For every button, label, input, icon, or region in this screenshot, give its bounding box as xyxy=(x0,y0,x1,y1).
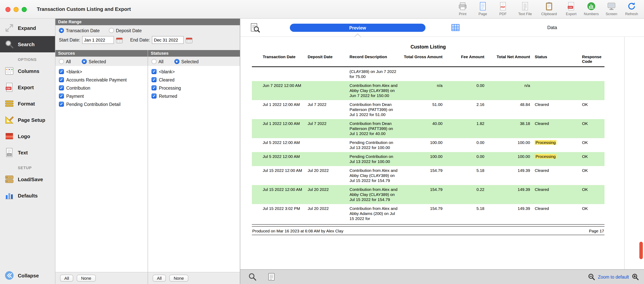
zoom-window-button[interactable] xyxy=(22,7,27,12)
cell-record-description: Contribution from Dean Patterson (PATT39… xyxy=(344,121,403,136)
checkbox[interactable] xyxy=(152,69,156,74)
checkbox[interactable] xyxy=(59,85,64,90)
sidebar-item-columns[interactable]: Columns xyxy=(0,63,55,79)
collapse-icon xyxy=(4,270,14,281)
sidebar-item-page-setup[interactable]: Page Setup xyxy=(0,112,55,128)
statuses-checkbox-cleared[interactable]: Cleared xyxy=(148,76,240,84)
sidebar-item-collapse[interactable]: Collapse xyxy=(0,267,55,284)
calendar-icon[interactable] xyxy=(186,37,192,43)
toolbar-button-label: Print xyxy=(453,12,472,16)
search-icon xyxy=(4,39,14,50)
cell-total-net-amount: 149.39 xyxy=(488,206,534,221)
zoom-in-icon[interactable] xyxy=(632,273,639,280)
column-header: Total Gross Amount xyxy=(403,54,446,64)
radio-label: Selected xyxy=(181,59,199,64)
numbers-icon xyxy=(582,2,600,11)
sources-checkbox-pending-contribution-detail[interactable]: Pending Contribution Detail xyxy=(56,100,148,108)
radio-transaction-date[interactable]: Transaction Date xyxy=(59,28,100,33)
sidebar-item-export[interactable]: CSV Export xyxy=(0,79,55,95)
cell-transaction-date xyxy=(252,69,305,79)
toolbar-button-screen[interactable]: Screen xyxy=(602,1,622,16)
checkbox[interactable] xyxy=(152,77,156,82)
checkbox[interactable] xyxy=(59,77,64,82)
screen-icon xyxy=(602,2,621,11)
toolbar-button-label: Screen xyxy=(602,12,621,16)
checkbox[interactable] xyxy=(59,69,64,74)
cell-total-gross-amount: 154.79 xyxy=(403,187,446,202)
sources-checkbox-contribution[interactable]: Contribution xyxy=(56,84,148,92)
radio-unselected-icon xyxy=(59,59,64,64)
toolbar-button-label: Page xyxy=(474,12,492,16)
checkbox[interactable] xyxy=(152,94,156,99)
cell-response-code: OK xyxy=(571,121,604,136)
start-date-input[interactable] xyxy=(82,36,114,44)
cell-total-net-amount: 149.39 xyxy=(488,187,534,202)
sources-checkbox-accounts-receivable-payment[interactable]: Accounts Receivable Payment xyxy=(56,76,148,84)
cell-transaction-date: Jul 5 2022 12:00 AM xyxy=(252,154,305,164)
sources-checkbox-payment[interactable]: Payment xyxy=(56,92,148,100)
checkbox-label: Returned xyxy=(159,94,177,98)
date-range-header: Date Range xyxy=(56,19,240,25)
statuses-radio-all[interactable]: All xyxy=(152,59,164,64)
toolbar-button-pdf[interactable]: PDF PDF xyxy=(493,1,513,16)
toolbar-button-numbers[interactable]: Numbers xyxy=(581,1,602,16)
statuses-all-button[interactable]: All xyxy=(153,275,166,282)
pane-divider xyxy=(624,37,625,269)
sources-all-button[interactable]: All xyxy=(60,275,73,282)
vertical-scrollbar-thumb[interactable] xyxy=(639,242,643,259)
radio-label: Selected xyxy=(89,59,106,64)
cell-record-description: Pending Contribution on Jul 13 2022 for … xyxy=(344,154,403,164)
magnifier-icon[interactable] xyxy=(248,272,257,281)
sidebar-item-label: Expand xyxy=(18,25,36,31)
close-window-button[interactable] xyxy=(6,7,10,12)
checkbox[interactable] xyxy=(59,102,64,107)
radio-label: All xyxy=(158,59,164,64)
calendar-icon[interactable] xyxy=(116,37,123,43)
sidebar-item-search[interactable]: Search xyxy=(0,36,55,52)
statuses-buttons: All None xyxy=(148,272,240,284)
radio-deposit-date[interactable]: Deposit Date xyxy=(109,28,142,33)
statuses-checkbox-returned[interactable]: Returned xyxy=(148,92,240,100)
toolbar-button-print[interactable]: Print xyxy=(452,1,473,16)
zoom-out-icon[interactable] xyxy=(588,273,595,280)
toolbar-button-label: PDF xyxy=(494,12,512,16)
end-date-input[interactable] xyxy=(152,36,184,44)
checkbox[interactable] xyxy=(59,94,64,99)
checkbox[interactable] xyxy=(152,85,156,90)
toolbar-button-page[interactable]: Page xyxy=(473,1,493,16)
sidebar-item-defaults[interactable]: Defaults xyxy=(0,187,55,204)
toolbar-button-clipboard[interactable]: Clipboard xyxy=(537,1,561,16)
statuses-none-button[interactable]: None xyxy=(169,275,188,282)
sidebar-section-header: OPTIONS xyxy=(0,52,55,63)
minimize-window-button[interactable] xyxy=(14,7,18,12)
sidebar-item-expand[interactable]: Expand xyxy=(0,20,55,36)
toolbar-button-export[interactable]: CSV Export xyxy=(561,1,581,16)
statuses-radio-selected[interactable]: Selected xyxy=(174,59,199,64)
zoom-to-default-link[interactable]: Zoom to default xyxy=(598,274,629,279)
statuses-checkbox--blank-[interactable]: <blank> xyxy=(148,68,240,76)
document-lines-icon[interactable] xyxy=(267,272,276,281)
statuses-panel: Statuses All Selected <blank> Cleared Pr… xyxy=(148,50,240,284)
sources-radio-selected[interactable]: Selected xyxy=(82,59,106,64)
sources-none-button[interactable]: None xyxy=(77,275,96,282)
cell-transaction-date: Jun 7 2022 12:00 AM xyxy=(252,83,305,98)
preview-tab[interactable]: Preview xyxy=(290,24,426,32)
sources-panel: Sources All Selected <blank> Accounts Re… xyxy=(56,50,148,284)
data-tab[interactable]: Data xyxy=(465,25,639,30)
sidebar-list: Expand Search OPTIONS Columns CSV Export… xyxy=(0,19,55,204)
sidebar-item-load-save[interactable]: Load/Save xyxy=(0,171,55,187)
toolbar-button-refresh[interactable]: Refresh xyxy=(622,1,642,16)
toolbar-button-label: Export xyxy=(562,12,580,16)
cell-record-description: Contribution from Alex and Abby Clay (CL… xyxy=(344,83,403,98)
statuses-checkbox-processing[interactable]: Processing xyxy=(148,84,240,92)
sources-radio-all[interactable]: All xyxy=(59,59,71,64)
sources-checkbox--blank-[interactable]: <blank> xyxy=(56,68,148,76)
sidebar-item-logo[interactable]: Logo xyxy=(0,128,55,144)
toolbar-button-text-file[interactable]: Text File xyxy=(513,1,537,16)
checkbox-label: Contribution xyxy=(66,86,90,90)
start-date-label: Start Date: xyxy=(59,38,80,42)
report-table-row: Jul 15 2022 3:02 PM Jul 20 2022 Contribu… xyxy=(252,204,604,223)
sidebar-item-text[interactable]: TXT Text xyxy=(0,144,55,161)
sidebar-item-format[interactable]: Format xyxy=(0,95,55,112)
cell-deposit-date xyxy=(305,140,344,150)
